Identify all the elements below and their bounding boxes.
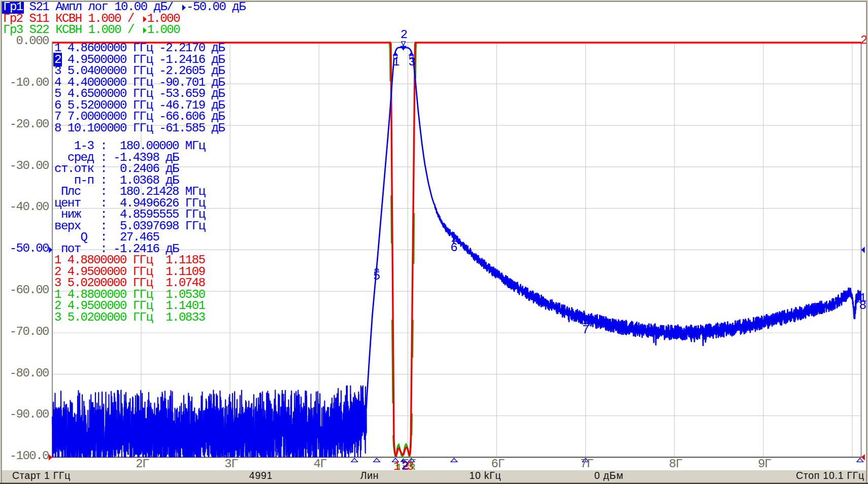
svg-text:7: 7 [582, 323, 589, 337]
